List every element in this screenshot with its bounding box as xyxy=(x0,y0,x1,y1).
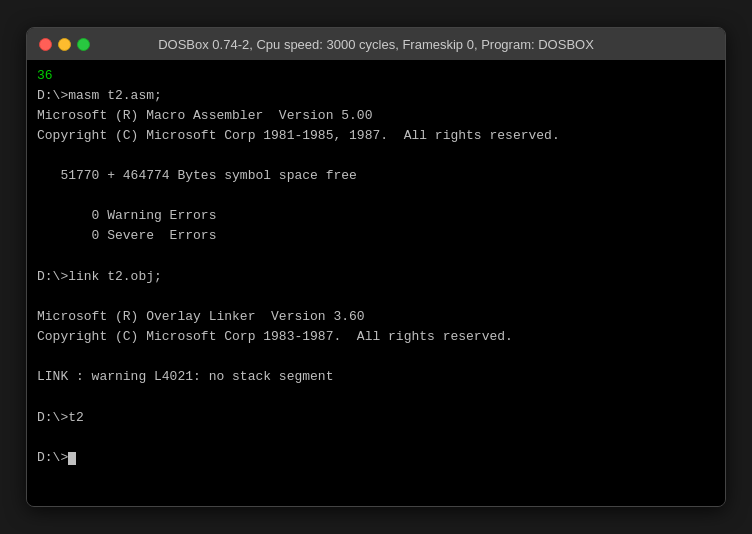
title-bar: DOSBox 0.74-2, Cpu speed: 3000 cycles, F… xyxy=(27,28,725,60)
minimize-button[interactable] xyxy=(58,38,71,51)
traffic-lights xyxy=(39,38,90,51)
maximize-button[interactable] xyxy=(77,38,90,51)
close-button[interactable] xyxy=(39,38,52,51)
cursor xyxy=(68,452,76,465)
terminal-body[interactable]: 36 D:\>masm t2.asm; Microsoft (R) Macro … xyxy=(27,60,725,506)
terminal-output: D:\>masm t2.asm; Microsoft (R) Macro Ass… xyxy=(37,86,715,469)
line-number: 36 xyxy=(37,66,715,86)
dosbox-window: DOSBox 0.74-2, Cpu speed: 3000 cycles, F… xyxy=(26,27,726,507)
window-title: DOSBox 0.74-2, Cpu speed: 3000 cycles, F… xyxy=(158,37,594,52)
